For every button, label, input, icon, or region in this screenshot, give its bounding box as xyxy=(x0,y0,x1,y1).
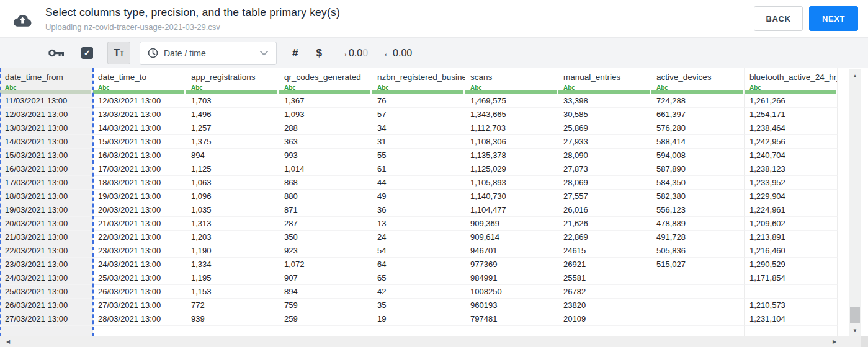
column-name: date_time_from xyxy=(5,72,92,82)
clock-icon xyxy=(148,48,158,58)
cell: 28,069 xyxy=(558,176,651,190)
column-name: bluetooth_active_24_hr_ xyxy=(749,72,837,82)
decrease-decimal-button[interactable]: ←0.00 xyxy=(383,48,412,59)
table-row: 26/03/2021 13:0027/03/2021 13:0077275935… xyxy=(0,299,868,312)
table-row: 13/03/2021 13:0014/03/2021 13:001,257288… xyxy=(0,121,868,135)
cell: 576,280 xyxy=(651,121,745,135)
cell: 16/03/2021 13:00 xyxy=(0,162,93,176)
cell: 24615 xyxy=(558,244,651,258)
column-type-dropdown[interactable]: Date / time xyxy=(140,42,277,65)
text-type-button[interactable]: TT xyxy=(107,42,130,64)
cell: 26/03/2021 13:00 xyxy=(0,299,93,312)
cell xyxy=(651,312,745,326)
cell: 36 xyxy=(372,203,465,217)
cell: 13/03/2021 13:00 xyxy=(93,108,186,121)
cell: 505,836 xyxy=(651,244,745,258)
cell: 1,216,460 xyxy=(745,244,838,258)
cell: 894 xyxy=(186,149,279,162)
horizontal-scrollbar[interactable]: ◀ ▶ xyxy=(0,336,861,347)
number-type-icon[interactable]: # xyxy=(292,47,298,59)
cell: 31 xyxy=(372,135,465,149)
cell: 939 xyxy=(186,312,279,326)
cell: 1,125 xyxy=(186,162,279,176)
cell: 946701 xyxy=(465,244,558,258)
cell xyxy=(465,326,558,336)
cell: 1,242,956 xyxy=(745,135,838,149)
back-button[interactable]: BACK xyxy=(754,6,803,31)
cell xyxy=(651,326,745,336)
cell: 26/03/2021 13:00 xyxy=(93,285,186,299)
cell: 22/03/2021 13:00 xyxy=(93,231,186,244)
cell: 1,469,575 xyxy=(465,94,558,108)
column-header-app_registrations[interactable]: app_registrationsAbc xyxy=(186,68,279,94)
cell: 797481 xyxy=(465,312,558,326)
cell xyxy=(651,285,745,299)
cell: 25/03/2021 13:00 xyxy=(93,271,186,285)
cell: 65 xyxy=(372,271,465,285)
check-icon: ✓ xyxy=(84,48,91,58)
vertical-scrollbar-thumb[interactable] xyxy=(850,307,860,323)
column-header-scans[interactable]: scansAbc xyxy=(465,68,558,94)
cell: 880 xyxy=(279,190,372,203)
scroll-right-arrow[interactable]: ▶ xyxy=(829,336,840,347)
cell: 64 xyxy=(372,258,465,271)
cell: 772 xyxy=(186,299,279,312)
column-header-active_devices[interactable]: active_devicesAbc xyxy=(651,68,745,94)
cell: 26921 xyxy=(558,258,651,271)
table-row: 16/03/2021 13:0017/03/2021 13:001,1251,0… xyxy=(0,162,868,176)
upload-filename-subtitle: Uploading nz-covid-tracer-usage-2021-03-… xyxy=(45,22,340,32)
cell: 18/03/2021 13:00 xyxy=(93,176,186,190)
cell: 27/03/2021 13:00 xyxy=(0,312,93,326)
next-button[interactable]: NEXT xyxy=(809,6,858,31)
cell: 23/03/2021 13:00 xyxy=(0,258,93,271)
column-name: date_time_to xyxy=(98,72,186,82)
cell: 1,035 xyxy=(186,203,279,217)
cell: 894 xyxy=(279,285,372,299)
cell: 11/03/2021 13:00 xyxy=(0,94,93,108)
increase-decimal-button[interactable]: →0.00 xyxy=(339,48,368,59)
cell: 21/03/2021 13:00 xyxy=(0,231,93,244)
table-header-row: date_time_fromAbcdate_time_toAbcapp_regi… xyxy=(0,68,868,94)
vertical-scrollbar[interactable]: ▲ ▼ xyxy=(849,69,861,336)
cell: 1,257 xyxy=(186,121,279,135)
currency-type-icon[interactable]: $ xyxy=(316,47,321,59)
table-row: 20/03/2021 13:0021/03/2021 13:001,313287… xyxy=(0,217,868,231)
cell: 1,231,104 xyxy=(745,312,838,326)
cell: 363 xyxy=(279,135,372,149)
cell: 19 xyxy=(372,312,465,326)
cell: 34 xyxy=(372,121,465,135)
column-header-date_time_to[interactable]: date_time_toAbc xyxy=(93,68,186,94)
cell: 49 xyxy=(372,190,465,203)
cell: 584,350 xyxy=(651,176,745,190)
cell: 14/03/2021 13:00 xyxy=(0,135,93,149)
column-checkbox[interactable]: ✓ xyxy=(81,47,93,59)
cell: 1,240,704 xyxy=(745,149,838,162)
scroll-left-arrow[interactable]: ◀ xyxy=(2,336,14,347)
cell: 1,153 xyxy=(186,285,279,299)
cell: 1,014 xyxy=(279,162,372,176)
cell: 1,135,378 xyxy=(465,149,558,162)
table-row: 27/03/2021 13:0028/03/2021 13:0093925919… xyxy=(0,312,868,326)
column-header-bluetooth_active_24_hr_[interactable]: bluetooth_active_24_hr_Abc xyxy=(745,68,838,94)
table-body: 11/03/2021 13:0012/03/2021 13:001,7031,3… xyxy=(0,94,868,336)
primary-key-icon[interactable] xyxy=(48,48,65,58)
column-header-date_time_from[interactable]: date_time_fromAbc xyxy=(0,68,93,94)
cell: 1,213,891 xyxy=(745,231,838,244)
cell: 17/03/2021 13:00 xyxy=(0,176,93,190)
scroll-down-arrow[interactable]: ▼ xyxy=(849,325,861,335)
cell: 27,557 xyxy=(558,190,651,203)
cell: 1,224,961 xyxy=(745,203,838,217)
cell: 1,105,893 xyxy=(465,176,558,190)
column-header-nzbn_registered_busine[interactable]: nzbn_registered_busineAbc xyxy=(372,68,465,94)
cell: 25/03/2021 13:00 xyxy=(0,285,93,299)
scroll-up-arrow[interactable]: ▲ xyxy=(849,71,861,81)
column-header-manual_entries[interactable]: manual_entriesAbc xyxy=(558,68,651,94)
cell: 491,728 xyxy=(651,231,745,244)
cell: 12/03/2021 13:00 xyxy=(0,108,93,121)
cell xyxy=(651,271,745,285)
cell: 15/03/2021 13:00 xyxy=(93,135,186,149)
table-row: 24/03/2021 13:0025/03/2021 13:001,195907… xyxy=(0,271,868,285)
cell: 909,614 xyxy=(465,231,558,244)
column-header-qr_codes_generated[interactable]: qr_codes_generatedAbc xyxy=(279,68,372,94)
cell: 28,090 xyxy=(558,149,651,162)
